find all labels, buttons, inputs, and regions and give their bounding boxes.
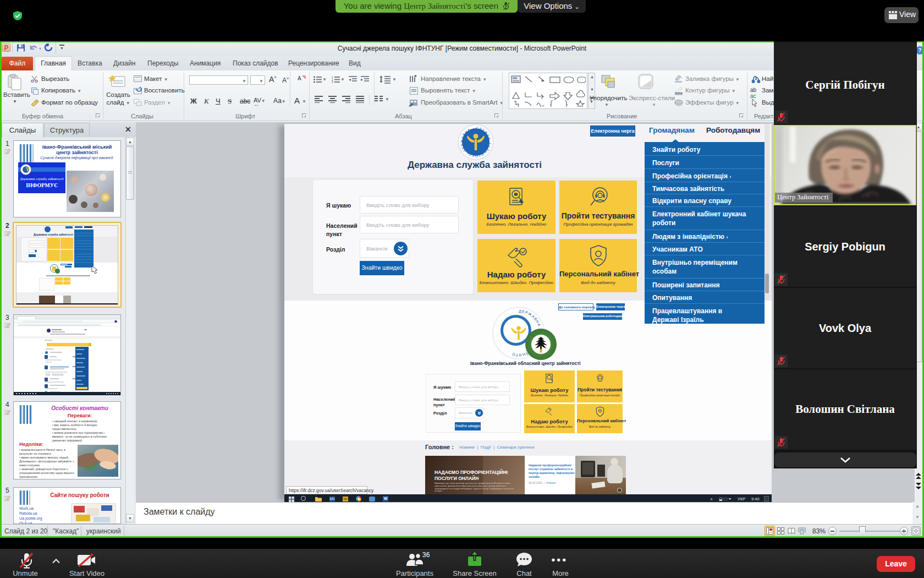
svg-text:А: А [298, 75, 301, 81]
svg-text:СЛУЖБА ЗАЙНЯТОСТІ ДЕРЖАВНА: СЛУЖБА ЗАЙНЯТОСТІ ДЕРЖАВНА [460, 126, 492, 158]
svg-text:3: 3 [332, 81, 333, 83]
